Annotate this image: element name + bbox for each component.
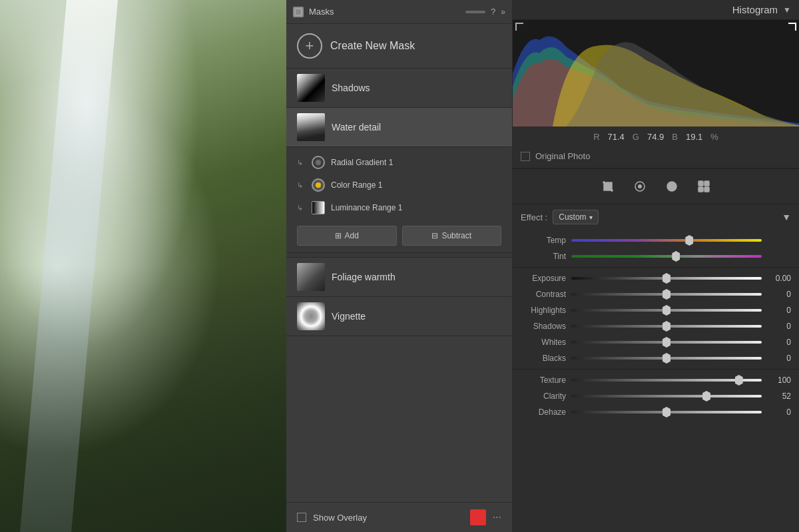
submask-item-luminance-range[interactable]: ↳ Luminance Range 1 <box>286 196 512 219</box>
original-photo-checkbox[interactable] <box>521 152 530 161</box>
create-mask-label: Create New Mask <box>330 40 415 52</box>
tint-slider-thumb[interactable] <box>672 251 680 262</box>
svg-rect-11 <box>704 187 709 192</box>
b-value: 19.1 <box>686 132 702 142</box>
mask-thumb-water-detail <box>297 113 325 141</box>
create-new-mask-button[interactable]: + Create New Mask <box>286 24 512 69</box>
slider-row-contrast: Contrast 0 <box>513 286 799 302</box>
clarity-slider-thumb[interactable] <box>702 391 710 401</box>
masks-panel-title: Masks <box>309 7 460 17</box>
histogram-canvas <box>513 20 799 127</box>
histogram-corner-tr <box>788 23 796 31</box>
highlights-label: Highlights <box>521 306 566 315</box>
submask-item-color-range[interactable]: ↳ Color Range 1 <box>286 174 512 196</box>
temp-label: Temp <box>521 236 566 245</box>
slider-row-temp: Temp <box>513 232 799 248</box>
whites-slider-track[interactable] <box>571 341 762 344</box>
effect-row: Effect : Custom ▾ ▼ <box>513 204 799 230</box>
dehaze-value: 0 <box>767 407 791 417</box>
exposure-slider-thumb[interactable] <box>663 273 670 284</box>
dehaze-slider-thumb[interactable] <box>663 407 670 417</box>
add-button[interactable]: ⊞ Add <box>297 226 397 246</box>
texture-slider-track[interactable] <box>571 379 762 382</box>
contrast-slider-track[interactable] <box>571 293 762 296</box>
effects-tool[interactable] <box>693 176 714 197</box>
radial-gradient-icon <box>311 155 326 170</box>
slider-row-dehaze: Dehaze 0 <box>513 404 799 420</box>
mask-item-foliage-warmth[interactable]: Foliage warmth <box>286 258 512 297</box>
original-photo-row: Original Photo <box>513 147 799 168</box>
histogram-section: Histogram ▼ R 71.4 G 74.9 <box>513 0 799 168</box>
right-panel: Histogram ▼ R 71.4 G 74.9 <box>513 0 799 532</box>
slider-row-highlights: Highlights 0 <box>513 302 799 318</box>
expand-icon[interactable]: » <box>501 7 505 17</box>
mask-thumb-shadows <box>297 74 325 102</box>
sliders-area: Temp Tint Exposure 0.00 Contrast <box>513 230 799 532</box>
shadows-label: Shadows <box>521 322 566 331</box>
highlights-slider-track[interactable] <box>571 309 762 312</box>
temp-slider-track[interactable] <box>571 239 762 242</box>
mask-item-vignette[interactable]: Vignette <box>286 297 512 336</box>
tint-slider-track[interactable] <box>571 255 762 258</box>
slider-row-shadows: Shadows 0 <box>513 318 799 334</box>
temp-slider-thumb[interactable] <box>685 235 693 246</box>
overlay-row: Show Overlay ··· <box>286 502 512 532</box>
contrast-slider-thumb[interactable] <box>663 289 670 300</box>
svg-rect-0 <box>295 9 302 15</box>
clarity-slider-track[interactable] <box>571 395 762 398</box>
contrast-value: 0 <box>767 290 791 299</box>
overlay-label: Show Overlay <box>313 513 367 523</box>
highlights-slider-thumb[interactable] <box>663 305 670 316</box>
shadows-slider-thumb[interactable] <box>663 321 670 332</box>
overlay-color-swatch[interactable] <box>470 509 486 525</box>
show-overlay-checkbox[interactable] <box>297 513 306 522</box>
photo-area <box>0 0 286 532</box>
color-range-icon-shape <box>312 178 325 192</box>
contrast-label: Contrast <box>521 290 566 299</box>
mask-item-shadows[interactable]: Shadows <box>286 69 512 108</box>
slider-row-clarity: Clarity 52 <box>513 388 799 404</box>
r-value: 71.4 <box>608 132 625 142</box>
mask-name-foliage: Foliage warmth <box>332 272 396 282</box>
effect-select[interactable]: Custom ▾ <box>553 210 598 224</box>
crop-tool[interactable] <box>597 176 619 197</box>
panel-collapse-arrow[interactable]: ▼ <box>782 212 791 222</box>
mask-thumb-vignette <box>297 302 325 330</box>
b-label: B <box>672 132 678 142</box>
retouch-tool[interactable] <box>661 176 682 197</box>
subtract-label: Subtract <box>441 231 471 240</box>
slider-row-blacks: Blacks 0 <box>513 350 799 366</box>
texture-slider-thumb[interactable] <box>735 375 743 386</box>
submask-name-radial: Radial Gradient 1 <box>331 158 393 167</box>
heal-tool[interactable] <box>629 176 651 197</box>
submask-item-radial-gradient[interactable]: ↳ Radial Gradient 1 <box>286 151 512 174</box>
exposure-label: Exposure <box>521 274 566 283</box>
color-range-icon <box>311 178 326 192</box>
plus-circle-icon: + <box>297 33 322 59</box>
exposure-slider-track[interactable] <box>571 277 762 280</box>
submask-name-luminance: Luminance Range 1 <box>331 203 402 212</box>
photo-background <box>0 0 286 532</box>
shadows-slider-track[interactable] <box>571 325 762 328</box>
clarity-value: 52 <box>767 392 791 401</box>
more-options-icon[interactable]: ··· <box>493 511 501 523</box>
mask-item-water-detail[interactable]: Water detail <box>286 108 512 147</box>
help-icon[interactable]: ? <box>491 7 495 17</box>
effect-value: Custom <box>559 212 586 222</box>
indent-arrow-icon: ↳ <box>297 158 303 167</box>
subtract-button[interactable]: ⊟ Subtract <box>402 226 502 246</box>
add-icon: ⊞ <box>335 231 342 240</box>
dehaze-slider-track[interactable] <box>571 411 762 413</box>
whites-slider-thumb[interactable] <box>663 337 670 348</box>
effect-label: Effect : <box>521 212 547 222</box>
histogram-chart <box>513 20 799 127</box>
blacks-slider-thumb[interactable] <box>663 353 670 364</box>
slider-row-tint: Tint <box>513 248 799 264</box>
percent-symbol: % <box>710 132 718 142</box>
indent-arrow-icon-3: ↳ <box>297 204 303 212</box>
histogram-collapse-arrow[interactable]: ▼ <box>783 5 791 15</box>
add-label: Add <box>345 231 359 240</box>
submask-group: ↳ Radial Gradient 1 ↳ Color Range 1 ↳ <box>286 147 512 258</box>
effect-dropdown-arrow: ▾ <box>589 214 593 221</box>
blacks-slider-track[interactable] <box>571 357 762 360</box>
